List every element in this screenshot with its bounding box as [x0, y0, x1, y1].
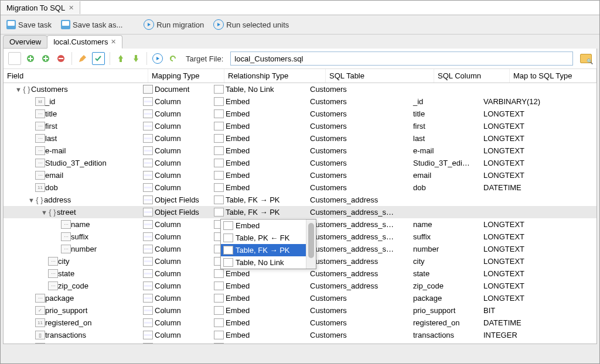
dropdown-item[interactable]: Table, FK → PK [221, 244, 316, 256]
mapping-icon [143, 146, 153, 155]
relationship-type: Table, FK → PK [226, 208, 279, 217]
field-name: zip_code [58, 281, 88, 290]
close-icon[interactable]: ✕ [111, 38, 116, 46]
header-field[interactable]: Field [4, 69, 148, 83]
sql-type: LONGTEXT [483, 281, 524, 290]
field-type-icon: ⋯ [48, 257, 58, 266]
header-mapping[interactable]: Mapping Type [148, 69, 224, 83]
table-row[interactable]: ⋯ stateColumnEmbedCustomers_addressstate… [4, 267, 596, 280]
run-selected-label: Run selected units [226, 20, 289, 29]
tab-overview[interactable]: Overview [3, 35, 47, 49]
remove-icon[interactable] [55, 53, 67, 64]
relationship-icon [214, 171, 224, 180]
sql-column: prio_support [413, 306, 455, 315]
dropdown-scrollbar[interactable] [306, 219, 316, 269]
field-type-icon: ⋯ [61, 245, 71, 253]
table-row[interactable]: 11 dobColumnEmbedCustomersdobDATETIME [4, 181, 596, 194]
field-type-icon: ⋯ [35, 122, 45, 131]
add-icon[interactable] [25, 53, 36, 64]
sql-table: Customers [310, 97, 347, 106]
table-row[interactable]: ⋯ titleColumnEmbedCustomerstitleLONGTEXT [4, 108, 596, 120]
table-row[interactable]: ⋯ firstColumnEmbedCustomersfirstLONGTEXT [4, 120, 596, 132]
header-sql-type[interactable]: Map to SQL Type [510, 69, 596, 83]
mapping-type: Column [155, 183, 181, 192]
add-child-icon[interactable] [40, 53, 52, 64]
table-row[interactable]: ⋯ emailColumnEmbedCustomersemailLONGTEXT [4, 169, 596, 181]
mapping-type: Column [155, 97, 181, 106]
table-row[interactable]: ▼{ } addressObject FieldsTable, FK → PKC… [4, 194, 596, 206]
sql-column: suffix [413, 232, 431, 241]
field-name: first [45, 122, 57, 131]
sql-table: Customers [310, 318, 347, 327]
undo-icon[interactable] [167, 53, 179, 64]
mapping-icon [143, 232, 153, 241]
table-row[interactable]: ⋯ zip_codeColumnEmbedCustomers_addresszi… [4, 280, 596, 292]
move-up-icon[interactable] [115, 53, 127, 64]
tree-twisty-icon[interactable]: ▼ [15, 86, 22, 93]
mapping-icon [143, 220, 153, 229]
header-sql-column[interactable]: SQL Column [434, 69, 510, 83]
scrollbar-thumb[interactable] [308, 223, 314, 258]
dropdown-item-label: Embed [236, 221, 260, 230]
mapping-type: Column [155, 134, 181, 143]
relationship-type: Embed [226, 109, 250, 118]
relationship-type: Embed [226, 343, 250, 344]
mapping-icon [143, 208, 153, 217]
dropdown-item[interactable]: Table, PK ← FK [221, 232, 316, 244]
move-down-icon[interactable] [130, 53, 142, 64]
tree-twisty-icon[interactable]: ▼ [41, 209, 47, 216]
header-sql-table[interactable]: SQL Table [326, 69, 434, 83]
close-icon[interactable]: ✕ [69, 4, 74, 12]
field-name: address [44, 195, 71, 204]
sql-column: e-mail [413, 146, 434, 155]
mapping-type: Column [155, 109, 181, 118]
target-file-input[interactable] [230, 51, 573, 66]
save-task-button[interactable]: Save task [4, 19, 54, 30]
table-row[interactable]: [] transactionsColumnEmbedCustomerstrans… [4, 329, 596, 341]
table-row[interactable]: ⋯ lastColumnEmbedCustomerslastLONGTEXT [4, 132, 596, 145]
browse-folder-icon[interactable] [580, 54, 592, 63]
relationship-icon [214, 85, 224, 94]
sql-type: LONGTEXT [483, 343, 524, 344]
relationship-type: Embed [226, 146, 250, 155]
table-row[interactable]: ⋯ packageColumnEmbedCustomerspackageLONG… [4, 292, 596, 304]
sql-column: package [413, 294, 442, 303]
table-row[interactable]: ▼{ } streetObject FieldsTable, FK → PKCu… [4, 206, 596, 218]
mapping-icon [143, 269, 153, 278]
save-task-as-button[interactable]: Save task as... [59, 19, 125, 30]
edit-icon[interactable] [77, 53, 88, 64]
table-row[interactable]: ⋯ petColumnEmbedCustomerspetLONGTEXT [4, 341, 596, 344]
check-icon[interactable] [92, 52, 105, 65]
sql-column: registered_on [413, 318, 460, 327]
tab-local-customers[interactable]: local.Customers✕ [47, 35, 122, 49]
table-row[interactable]: 11 registered_onColumnEmbedCustomersregi… [4, 317, 596, 329]
tab-local-customers-label: local.Customers [53, 37, 108, 46]
table-row[interactable]: ⋯ e-mailColumnEmbedCustomerse-mailLONGTE… [4, 145, 596, 157]
editor-tab-migration[interactable]: Migration To SQL ✕ [1, 1, 80, 14]
field-name: street [57, 208, 76, 217]
table-row[interactable]: id _idColumnEmbedCustomers_idVARBINARY(1… [4, 95, 596, 108]
tree-twisty-icon[interactable]: ▼ [28, 197, 35, 204]
sql-column: name [413, 220, 432, 229]
sql-type: LONGTEXT [483, 294, 524, 303]
sql-column: number [413, 245, 439, 253]
mapping-type: Column [155, 159, 181, 167]
header-relationship[interactable]: Relationship Type [224, 69, 326, 83]
mapping-type: Document [155, 85, 189, 94]
dropdown-item-label: Table, FK → PK [236, 246, 289, 255]
new-icon[interactable] [8, 52, 21, 65]
mapping-type: Column [155, 171, 181, 180]
dropdown-item[interactable]: Table, No Link [221, 256, 316, 269]
table-row[interactable]: ⋯ Studio_3T_editionColumnEmbedCustomersS… [4, 157, 596, 169]
field-type-icon: ⋯ [48, 281, 58, 290]
table-row[interactable]: ▼{ } CustomersDocumentTable, No LinkCust… [4, 83, 596, 95]
dropdown-item[interactable]: Embed [221, 219, 316, 232]
run-selected-units-button[interactable]: Run selected units [211, 18, 291, 31]
sql-table: Customers [310, 294, 347, 303]
run-migration-label: Run migration [156, 20, 204, 29]
preview-icon[interactable] [152, 53, 163, 64]
run-migration-button[interactable]: Run migration [141, 18, 206, 31]
relationship-icon [214, 208, 224, 217]
table-row[interactable]: ✓ prio_supportColumnEmbedCustomersprio_s… [4, 304, 596, 317]
sql-table: Customers_address [310, 195, 378, 204]
